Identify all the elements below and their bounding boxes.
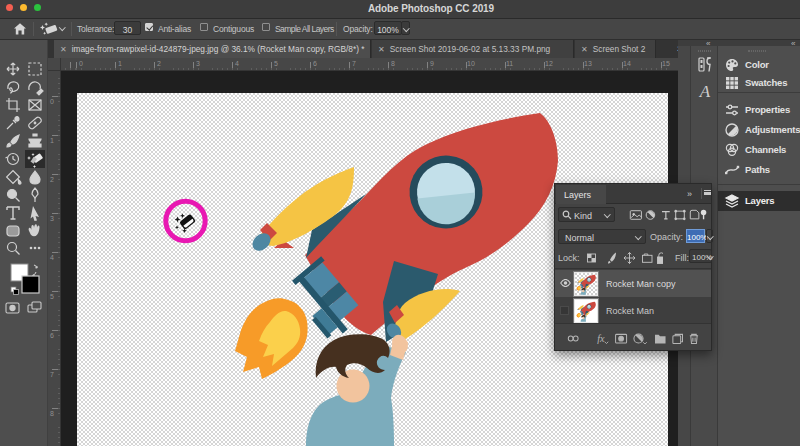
svg-text:fx: fx: [597, 333, 605, 344]
svg-text:A: A: [699, 83, 711, 100]
